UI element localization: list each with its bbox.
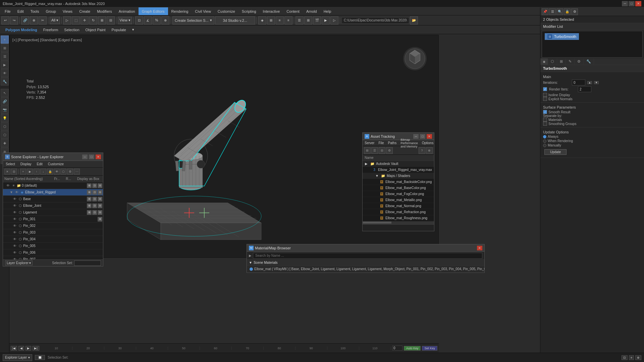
se-row-pin002[interactable]: 👁 ⬡ Pin_002 xyxy=(3,223,103,229)
select-button[interactable]: ▷ xyxy=(63,16,71,24)
se-add-btn[interactable]: ▶ xyxy=(27,169,33,175)
at-row-img3[interactable]: 🖼 Elbow_mat_FogColor.png xyxy=(363,191,434,197)
at-row-img2[interactable]: 🖼 Elbow_mat_BaseColor.png xyxy=(363,185,434,191)
select-region-button[interactable]: ⬚ xyxy=(72,16,80,24)
se-row-elbow-joint[interactable]: 👁 ⬡ Elbow_Joint ⊞ ⊡ ⊟ xyxy=(3,202,103,209)
se-vis-btn[interactable]: 👁 xyxy=(54,169,60,175)
se-r-lig[interactable]: ⊡ xyxy=(92,210,97,215)
se-d-lig[interactable]: ⊟ xyxy=(98,210,102,215)
asset-tracking-filter-input[interactable] xyxy=(364,226,433,230)
timeline-frame-input[interactable] xyxy=(392,346,402,351)
menu-animation[interactable]: Animation xyxy=(115,7,139,15)
rp-smoothing-groups-check[interactable] xyxy=(543,122,547,126)
at-row-maxfile[interactable]: 3 Elbow_Joint_Rigged_max_vray.max xyxy=(363,167,434,173)
menu-graph-editors[interactable]: Graph Editors xyxy=(139,7,168,15)
se-vis-pin001[interactable]: 👁 xyxy=(12,217,17,221)
se-vis-pin006[interactable]: 👁 xyxy=(12,251,17,254)
rp-search-button[interactable]: 🔍 xyxy=(556,8,563,15)
se-row-elbow-rigged[interactable]: ▼ 👁 ◈ Elbow_Joint_Rigged ⊞ ⊡ ⊟ xyxy=(3,189,103,196)
at-row-img5[interactable]: 🖼 Elbow_mat_Normal.png xyxy=(363,203,434,209)
se-d-ej[interactable]: ⊟ xyxy=(98,203,102,208)
rp-modifier-list-title[interactable]: Modifier List xyxy=(540,23,644,30)
poly-freeform-button[interactable]: Freeform xyxy=(41,27,61,33)
timeline-play-button[interactable]: |◀ xyxy=(11,346,17,351)
at-row-img6[interactable]: 🖼 Elbow_mat_Refraction.png xyxy=(363,209,434,215)
rp-tab-main[interactable]: ≡ xyxy=(540,58,548,65)
rp-tab-5[interactable]: ⚙ xyxy=(575,58,584,65)
rp-manually-rb[interactable] xyxy=(543,144,546,147)
at-expand-button[interactable]: ⊕ xyxy=(426,147,433,154)
menu-modifiers[interactable]: Modifiers xyxy=(94,7,115,15)
menu-create[interactable]: Create xyxy=(76,7,94,15)
rp-smooth-result-check[interactable]: ✓ xyxy=(543,110,547,114)
se-close-btn[interactable]: ✕ xyxy=(4,169,10,175)
at-settings-button[interactable]: ⚙ xyxy=(386,147,393,154)
rp-render-iters-check[interactable]: ✓ xyxy=(543,87,547,91)
scene-explorer-close[interactable]: ✕ xyxy=(96,155,101,159)
at-row-vault[interactable]: ▶ 📁 Autodesk Vault xyxy=(363,161,434,167)
menu-rendering[interactable]: Rendering xyxy=(168,7,192,15)
menu-content[interactable]: Content xyxy=(283,7,303,15)
at-menu-paths[interactable]: Paths xyxy=(386,141,399,145)
se-more-btn[interactable]: ⋯ xyxy=(74,169,80,175)
view-dropdown[interactable]: View ▾ xyxy=(118,17,132,24)
asset-tracking-close[interactable]: ✕ xyxy=(427,134,432,139)
se-lock-btn[interactable]: 🔒 xyxy=(47,169,53,175)
se-menu-display[interactable]: Display xyxy=(18,162,34,167)
at-row-img1[interactable]: 🖼 Elbow_mat_BacksideColor.png xyxy=(363,179,434,185)
menu-customize[interactable]: Customize xyxy=(214,7,238,15)
at-resolve-button[interactable]: ⊞ xyxy=(364,147,371,154)
rp-isoline-check[interactable] xyxy=(543,93,547,97)
render-setup-button[interactable]: 🎬 xyxy=(313,16,321,24)
poly-selection-button[interactable]: Selection xyxy=(61,27,82,33)
se-row-pin006[interactable]: 👁 ⬡ Pin_006 xyxy=(3,249,103,256)
menu-group[interactable]: Group xyxy=(42,7,59,15)
se-fr-pin001[interactable]: ⊞ xyxy=(98,217,102,222)
material-browser-search-input[interactable] xyxy=(253,253,482,259)
create-layer-button[interactable]: 🔲 xyxy=(35,355,45,360)
lp-hierarchy-icon[interactable]: ☰ xyxy=(1,52,9,60)
turbosmooth-modifier-item[interactable]: ⊡ TurboSmooth xyxy=(545,33,579,40)
se-d-layer0[interactable]: ⊟ xyxy=(98,183,102,188)
se-sun-layer0[interactable]: ☀ xyxy=(11,184,16,187)
link-button[interactable]: 🔗 xyxy=(21,16,29,24)
menu-help[interactable]: Help xyxy=(320,7,335,15)
layer-explorer-bottom-dropdown[interactable]: Layer Explorer▾ xyxy=(5,260,33,265)
at-menu-server[interactable]: Server xyxy=(363,141,376,145)
at-row-img4[interactable]: 🖼 Elbow_mat_Metallic.png xyxy=(363,197,434,203)
lp-camera-icon[interactable]: 📷 xyxy=(1,106,9,114)
rp-tab-3[interactable]: ⊞ xyxy=(557,58,566,65)
bind-button[interactable]: ⊕ xyxy=(30,16,38,24)
set-key-button[interactable]: Set Key xyxy=(422,346,437,351)
menu-interactive[interactable]: Interactive xyxy=(260,7,283,15)
rp-materials-check[interactable] xyxy=(543,118,547,122)
lp-display-icon[interactable]: 👁 xyxy=(1,69,9,77)
close-button[interactable]: ✕ xyxy=(635,1,641,6)
se-expand-rigged[interactable]: ▼ xyxy=(9,190,14,194)
se-vis-lig[interactable]: 👁 xyxy=(12,210,17,214)
se-settings-btn[interactable]: ⚙ xyxy=(67,169,73,175)
scene-mgr-button[interactable]: ⊞ xyxy=(304,16,312,24)
status-btn2[interactable]: ≡ xyxy=(629,355,634,360)
render-button[interactable]: ▷ xyxy=(330,16,338,24)
timeline-next-button[interactable]: ▶| xyxy=(33,346,39,351)
lp-link-icon[interactable]: 🔗 xyxy=(1,97,9,105)
lp-motion-icon[interactable]: ▶ xyxy=(1,61,9,69)
rp-tab-6[interactable]: 🔧 xyxy=(584,58,594,65)
se-fr-layer0[interactable]: ⊞ xyxy=(87,183,92,188)
se-row-layer0[interactable]: 👁 ☀ 📁 0 (default) ⊞ ⊡ ⊟ xyxy=(3,182,103,189)
menu-views[interactable]: Views xyxy=(59,7,76,15)
poly-populate-button[interactable]: Populate xyxy=(109,27,129,33)
lp-create-icon[interactable]: + xyxy=(1,36,9,44)
at-menu-options[interactable]: Options xyxy=(420,141,435,145)
se-new-layer-btn[interactable]: + xyxy=(20,169,26,175)
se-row-pin005[interactable]: 👁 ⬡ Pin_005 xyxy=(3,243,103,249)
se-vis-ej[interactable]: 👁 xyxy=(12,204,17,207)
se-r-rigged[interactable]: ⊡ xyxy=(92,190,97,195)
transform-button[interactable]: ⊟ xyxy=(107,16,115,24)
studio-version-button[interactable]: 3d Studio v.2... xyxy=(215,16,255,24)
layer-mgr-button[interactable]: ☰ xyxy=(296,16,304,24)
align-opts-button[interactable]: ≡ xyxy=(284,16,292,24)
angle-snap-button[interactable]: ∡ xyxy=(144,16,152,24)
rotate-button[interactable]: ↻ xyxy=(89,16,97,24)
